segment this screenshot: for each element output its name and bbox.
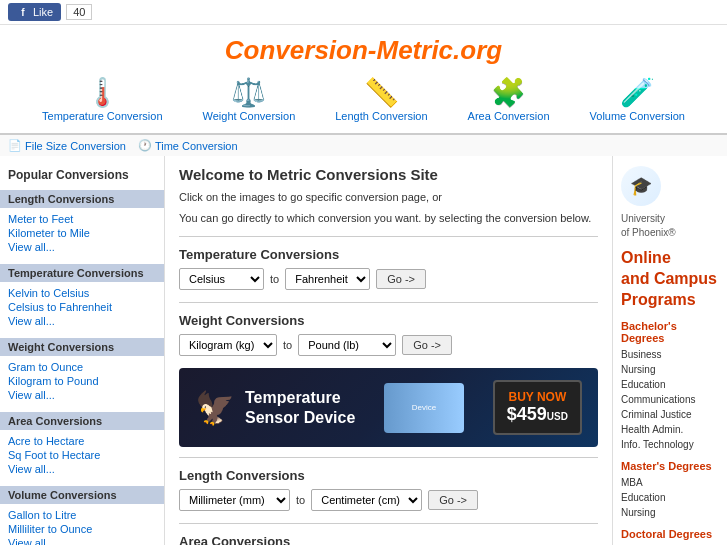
- sidebar-link-kelvin-celsius[interactable]: Kelvin to Celsius: [0, 286, 164, 300]
- filesize-icon: 📄: [8, 139, 22, 152]
- sidebar-section-volume: Volume Conversions Gallon to Litre Milli…: [0, 486, 164, 545]
- nav-temperature[interactable]: 🌡️ Temperature Conversion: [42, 76, 162, 123]
- ad-subtitle: Sensor Device: [245, 408, 355, 427]
- ad-banner[interactable]: 🦅 Temperature Sensor Device Device BUY N…: [179, 368, 598, 447]
- temperature-from-select[interactable]: Celsius Fahrenheit Kelvin: [179, 268, 264, 290]
- temperature-conversion-section: Temperature Conversions Celsius Fahrenhe…: [179, 247, 598, 290]
- temperature-link[interactable]: Temperature Conversion: [42, 110, 162, 122]
- bachelors-section: Bachelor's Degrees Business Nursing Educ…: [621, 320, 719, 452]
- nav-volume[interactable]: 🧪 Volume Conversion: [590, 76, 685, 123]
- temperature-to-label: to: [270, 273, 279, 285]
- divider-1: [179, 236, 598, 237]
- volume-icon: 🧪: [590, 76, 685, 109]
- facebook-icon: f: [16, 5, 30, 19]
- sidebar-link-celsius-fahrenheit[interactable]: Celsius to Fahrenheit: [0, 300, 164, 314]
- length-go-button[interactable]: Go ->: [428, 490, 478, 510]
- ad-banner-left: 🦅 Temperature Sensor Device: [195, 388, 355, 426]
- sidebar-link-ml-ounce[interactable]: Milliliter to Ounce: [0, 522, 164, 536]
- ad-device-label: Device: [412, 403, 436, 412]
- like-label: Like: [33, 6, 53, 18]
- temperature-section-title: Temperature Conversions: [179, 247, 598, 262]
- doctoral-section: Doctoral Degrees Business Admin. Educati…: [621, 528, 719, 545]
- length-to-select[interactable]: Centimeter (cm) Millimeter (mm) Meter (m…: [311, 489, 422, 511]
- weight-to-select[interactable]: Pound (lb) Kilogram (kg) Gram (g) Ounce …: [298, 334, 396, 356]
- ad-price-box: BUY NOW $459USD: [493, 380, 582, 435]
- ad-text: Temperature Sensor Device: [245, 388, 355, 426]
- temperature-to-select[interactable]: Fahrenheit Celsius Kelvin: [285, 268, 370, 290]
- sidebar-section-title-weight: Weight Conversions: [0, 338, 164, 356]
- weight-go-button[interactable]: Go ->: [402, 335, 452, 355]
- title-suffix: .org: [453, 35, 502, 65]
- masters-item-mba: MBA: [621, 475, 719, 490]
- sub-nav: 📄 File Size Conversion 🕐 Time Conversion: [0, 134, 727, 156]
- divider-4: [179, 523, 598, 524]
- area-conversion-section: Area Conversions Acre (ac) Hectare (ha) …: [179, 534, 598, 545]
- length-to-label: to: [296, 494, 305, 506]
- ad-price: $459USD: [507, 404, 568, 425]
- weight-conversion-row: Kilogram (kg) Gram (g) Pound (lb) Ounce …: [179, 334, 598, 356]
- sidebar-link-acre-hectare[interactable]: Acre to Hectare: [0, 434, 164, 448]
- sidebar-link-km-mile[interactable]: Kilometer to Mile: [0, 226, 164, 240]
- area-link[interactable]: Area Conversion: [468, 110, 550, 122]
- nav-length[interactable]: 📏 Length Conversion: [335, 76, 427, 123]
- area-section-title: Area Conversions: [179, 534, 598, 545]
- masters-section: Master's Degrees MBA Education Nursing: [621, 460, 719, 520]
- sidebar-section-weight: Weight Conversions Gram to Ounce Kilogra…: [0, 338, 164, 402]
- university-logo: 🎓: [621, 166, 661, 206]
- bachelors-title: Bachelor's Degrees: [621, 320, 719, 344]
- sidebar-link-meter-feet[interactable]: Meter to Feet: [0, 212, 164, 226]
- ad-currency: USD: [547, 411, 568, 422]
- title-main: Metric: [377, 35, 454, 65]
- filesize-link[interactable]: 📄 File Size Conversion: [8, 139, 126, 152]
- weight-from-select[interactable]: Kilogram (kg) Gram (g) Pound (lb) Ounce …: [179, 334, 277, 356]
- sidebar-link-temp-viewall[interactable]: View all...: [0, 314, 164, 328]
- sidebar-link-area-viewall[interactable]: View all...: [0, 462, 164, 476]
- sidebar-link-gallon-litre[interactable]: Gallon to Litre: [0, 508, 164, 522]
- ad-eagle-icon: 🦅: [195, 389, 235, 427]
- programs-heading: Onlineand CampusPrograms: [621, 248, 719, 310]
- sidebar-link-sqft-hectare[interactable]: Sq Foot to Hectare: [0, 448, 164, 462]
- bachelors-item-health: Health Admin.: [621, 422, 719, 437]
- bachelors-item-education: Education: [621, 377, 719, 392]
- weight-section-title: Weight Conversions: [179, 313, 598, 328]
- site-header: Conversion-Metric.org 🌡️ Temperature Con…: [0, 25, 727, 134]
- facebook-like-button[interactable]: f Like: [8, 3, 61, 21]
- right-sidebar: 🎓 Universityof Phoenix® Onlineand Campus…: [612, 156, 727, 545]
- sidebar-section-area: Area Conversions Acre to Hectare Sq Foot…: [0, 412, 164, 476]
- title-prefix: Conversion-: [225, 35, 377, 65]
- bachelors-item-nursing: Nursing: [621, 362, 719, 377]
- weight-conversion-section: Weight Conversions Kilogram (kg) Gram (g…: [179, 313, 598, 356]
- sidebar-link-kg-pound[interactable]: Kilogram to Pound: [0, 374, 164, 388]
- nav-icons: 🌡️ Temperature Conversion ⚖️ Weight Conv…: [0, 66, 727, 128]
- temperature-go-button[interactable]: Go ->: [376, 269, 426, 289]
- content-heading: Welcome to Metric Conversions Site: [179, 166, 598, 183]
- university-header: 🎓: [621, 166, 719, 206]
- nav-area[interactable]: 🧩 Area Conversion: [468, 76, 550, 123]
- sidebar-link-weight-viewall[interactable]: View all...: [0, 388, 164, 402]
- content-desc-1: Click on the images to go specific conve…: [179, 189, 598, 206]
- bachelors-item-business: Business: [621, 347, 719, 362]
- sidebar-section-length: Length Conversions Meter to Feet Kilomet…: [0, 190, 164, 254]
- masters-title: Master's Degrees: [621, 460, 719, 472]
- area-icon: 🧩: [468, 76, 550, 109]
- weight-link[interactable]: Weight Conversion: [203, 110, 296, 122]
- sidebar-link-length-viewall[interactable]: View all...: [0, 240, 164, 254]
- length-conversion-row: Millimeter (mm) Centimeter (cm) Meter (m…: [179, 489, 598, 511]
- temperature-conversion-row: Celsius Fahrenheit Kelvin to Fahrenheit …: [179, 268, 598, 290]
- length-from-select[interactable]: Millimeter (mm) Centimeter (cm) Meter (m…: [179, 489, 290, 511]
- popular-conversions-title: Popular Conversions: [0, 164, 164, 186]
- main-content: Welcome to Metric Conversions Site Click…: [165, 156, 612, 545]
- divider-2: [179, 302, 598, 303]
- time-link[interactable]: 🕐 Time Conversion: [138, 139, 238, 152]
- facebook-count: 40: [66, 4, 92, 20]
- weight-icon: ⚖️: [203, 76, 296, 109]
- ad-title: Temperature: [245, 388, 355, 407]
- masters-item-education: Education: [621, 490, 719, 505]
- length-link[interactable]: Length Conversion: [335, 110, 427, 122]
- nav-weight[interactable]: ⚖️ Weight Conversion: [203, 76, 296, 123]
- divider-3: [179, 457, 598, 458]
- sidebar-link-volume-viewall[interactable]: View all...: [0, 536, 164, 545]
- ad-buy-now-label: BUY NOW: [507, 390, 568, 404]
- volume-link[interactable]: Volume Conversion: [590, 110, 685, 122]
- sidebar-link-gram-ounce[interactable]: Gram to Ounce: [0, 360, 164, 374]
